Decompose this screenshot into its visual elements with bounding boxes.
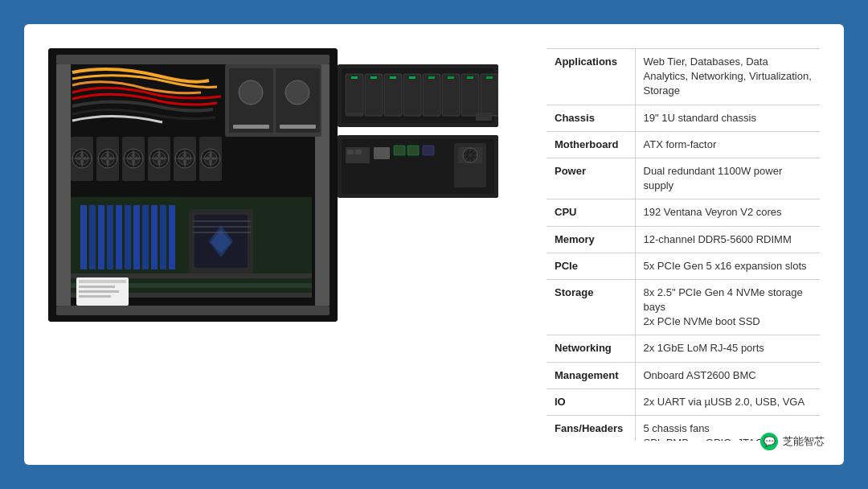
spec-label: IO	[547, 388, 635, 415]
svg-rect-62	[346, 113, 363, 116]
svg-point-9	[285, 80, 309, 105]
svg-rect-34	[98, 205, 104, 269]
svg-rect-54	[79, 280, 126, 283]
table-row: CPU192 Ventana Veyron V2 cores	[547, 199, 820, 226]
table-row: Networking2x 1GbE LoM RJ-45 ports	[547, 335, 820, 362]
spec-value: Web Tier, Databases, Data Analytics, Net…	[635, 49, 820, 105]
images-section	[48, 48, 362, 441]
spec-value: ATX form-factor	[635, 131, 820, 158]
watermark-text: 芝能智芯	[783, 434, 825, 449]
spec-label: CPU	[547, 199, 635, 226]
svg-rect-76	[486, 76, 493, 79]
svg-rect-74	[467, 76, 473, 79]
svg-rect-32	[80, 205, 87, 269]
svg-rect-10	[233, 125, 269, 129]
svg-rect-75	[481, 74, 498, 116]
spec-label: Applications	[547, 49, 635, 105]
svg-rect-11	[280, 125, 316, 129]
svg-rect-41	[160, 205, 166, 269]
server-main-image	[48, 48, 338, 322]
spec-value: 19" 1U standard chassis	[635, 105, 820, 131]
spec-value: 5x PCIe Gen 5 x16 expansion slots	[635, 253, 820, 279]
server-small-image-2	[338, 135, 498, 198]
svg-rect-77	[476, 113, 492, 121]
server-small-image-1	[338, 64, 498, 127]
spec-label: PCIe	[547, 253, 635, 279]
svg-rect-33	[89, 205, 96, 269]
svg-rect-40	[151, 205, 158, 269]
spec-value: Onboard AST2600 BMC	[635, 362, 820, 388]
table-row: ApplicationsWeb Tier, Databases, Data An…	[547, 49, 820, 105]
small-images-group	[338, 64, 498, 198]
svg-rect-67	[403, 74, 421, 116]
svg-rect-38	[133, 205, 140, 269]
table-row: IO2x UART via µUSB 2.0, USB, VGA	[547, 388, 820, 415]
slide-card: ApplicationsWeb Tier, Databases, Data An…	[24, 24, 844, 465]
svg-rect-39	[142, 205, 149, 269]
svg-rect-69	[423, 74, 440, 116]
spec-label: Power	[547, 158, 635, 199]
specs-section: ApplicationsWeb Tier, Databases, Data An…	[547, 48, 820, 441]
svg-rect-73	[461, 74, 479, 116]
spec-label: Networking	[547, 335, 635, 362]
svg-rect-64	[371, 76, 377, 79]
table-row: MotherboardATX form-factor	[547, 131, 820, 158]
svg-rect-63	[365, 74, 383, 116]
svg-rect-2	[56, 306, 330, 315]
table-row: PowerDual redundant 1100W power supply	[547, 158, 820, 199]
svg-rect-36	[116, 205, 122, 269]
spec-label: Memory	[547, 226, 635, 253]
svg-rect-72	[448, 76, 454, 79]
svg-rect-37	[125, 205, 131, 269]
svg-rect-35	[107, 205, 113, 269]
svg-rect-65	[384, 74, 402, 116]
svg-rect-84	[394, 146, 405, 155]
spec-label: Chassis	[547, 105, 635, 131]
svg-rect-83	[374, 147, 390, 159]
svg-rect-66	[390, 76, 396, 79]
spec-label: Storage	[547, 279, 635, 335]
spec-label: Fans/Headers	[547, 416, 635, 442]
table-row: Memory12-channel DDR5-5600 RDIMM	[547, 226, 820, 253]
svg-rect-85	[407, 146, 419, 155]
spec-label: Motherboard	[547, 131, 635, 158]
spec-value: Dual redundant 1100W power supply	[635, 158, 820, 199]
spec-value: 8x 2.5" PCIe Gen 4 NVMe storage bays2x P…	[635, 279, 820, 335]
svg-rect-81	[347, 150, 354, 154]
svg-point-8	[239, 80, 263, 105]
spec-value: 192 Ventana Veyron V2 cores	[635, 199, 820, 226]
spec-label: Management	[547, 362, 635, 388]
svg-rect-68	[409, 76, 416, 79]
svg-rect-1	[56, 55, 330, 64]
svg-rect-71	[442, 74, 460, 116]
svg-rect-86	[423, 146, 434, 155]
svg-rect-60	[346, 74, 363, 116]
svg-rect-61	[351, 76, 358, 79]
wechat-icon: 💬	[760, 433, 778, 450]
svg-rect-3	[56, 64, 71, 306]
spec-value: 2x 1GbE LoM RJ-45 ports	[635, 335, 820, 362]
specs-table: ApplicationsWeb Tier, Databases, Data An…	[547, 48, 820, 441]
table-row: Chassis19" 1U standard chassis	[547, 105, 820, 131]
table-row: Storage8x 2.5" PCIe Gen 4 NVMe storage b…	[547, 279, 820, 335]
watermark: 💬 芝能智芯	[760, 433, 825, 450]
table-row: ManagementOnboard AST2600 BMC	[547, 362, 820, 388]
svg-rect-56	[79, 290, 119, 293]
svg-rect-55	[79, 286, 115, 288]
svg-rect-82	[355, 150, 362, 154]
svg-rect-70	[428, 76, 435, 79]
table-row: PCIe5x PCIe Gen 5 x16 expansion slots	[547, 253, 820, 279]
svg-rect-42	[169, 205, 175, 269]
spec-value: 2x UART via µUSB 2.0, USB, VGA	[635, 388, 820, 415]
spec-value: 12-channel DDR5-5600 RDIMM	[635, 226, 820, 253]
svg-rect-57	[79, 295, 111, 298]
